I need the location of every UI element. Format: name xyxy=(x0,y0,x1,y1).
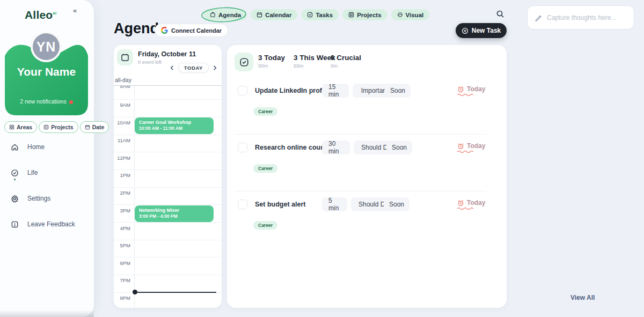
wavy-underline xyxy=(457,150,474,153)
task-due-badge[interactable]: Today xyxy=(457,85,485,93)
tab-label: Visual xyxy=(406,12,424,18)
home-icon xyxy=(11,143,19,151)
connect-calendar-label: Connect Calendar xyxy=(171,27,222,34)
new-task-button[interactable]: New Task xyxy=(456,23,507,38)
hour-label: 1PM xyxy=(114,172,130,178)
tab-label: Agenda xyxy=(218,12,241,18)
notifications-link[interactable]: 2 new notifications xyxy=(5,98,88,105)
sidebar-item-home[interactable]: Home xyxy=(11,143,86,151)
tab-label: Calendar xyxy=(265,12,291,18)
task-tag[interactable]: Career xyxy=(253,221,277,230)
filter-row: Areas Projects Date xyxy=(4,121,90,133)
hour-label: 3PM xyxy=(114,208,130,213)
tab-agenda[interactable]: Agenda xyxy=(204,9,247,20)
task-duration-pill[interactable]: 30 min xyxy=(322,141,350,154)
task-tag[interactable]: Career xyxy=(253,107,277,116)
event-time: 3:00 PM - 4:00 PM xyxy=(139,213,209,219)
task-urgency-pill[interactable]: Soon xyxy=(385,84,411,98)
task-title[interactable]: Update LinkedIn profile xyxy=(255,87,330,94)
projects-grid-icon xyxy=(348,12,354,18)
sidebar: Alleoai « YN Your Name 2 new notificatio… xyxy=(0,0,94,317)
hour-label: 2PM xyxy=(114,190,130,196)
agenda-icon xyxy=(210,12,216,18)
life-active-dot xyxy=(14,179,16,180)
filter-projects-button[interactable]: Projects xyxy=(39,121,78,133)
sidebar-item-label: Home xyxy=(27,143,45,151)
task-checkbox[interactable] xyxy=(238,143,247,152)
sidebar-item-label: Settings xyxy=(27,195,50,202)
avatar[interactable]: YN xyxy=(31,31,62,62)
hour-label: 7PM xyxy=(114,277,130,283)
current-time-line xyxy=(134,292,216,293)
tab-projects[interactable]: Projects xyxy=(342,9,387,20)
top-navigation: Agenda Calendar Tasks Projects Visual xyxy=(204,9,429,20)
calendar-icon xyxy=(85,124,90,130)
view-all-link[interactable]: View All xyxy=(570,294,595,301)
hour-label: 8PM xyxy=(114,295,130,301)
stat-crucial: 0 Crucial 0m xyxy=(331,54,361,69)
calendar-controls: TODAY xyxy=(170,63,217,72)
new-task-label: New Task xyxy=(472,27,501,34)
task-due-label: Today xyxy=(467,142,485,150)
google-icon xyxy=(161,27,168,34)
wavy-underline xyxy=(457,207,474,210)
life-target-icon xyxy=(11,169,19,177)
tab-label: Projects xyxy=(357,12,381,18)
tab-visual[interactable]: Visual xyxy=(391,9,430,20)
chevron-right-icon[interactable] xyxy=(213,65,217,70)
capture-thoughts-input[interactable]: Capture thoughts here... xyxy=(527,5,634,30)
task-tag[interactable]: Career xyxy=(253,164,277,173)
task-duration-pill[interactable]: 15 min xyxy=(322,84,349,98)
filter-areas-button[interactable]: Areas xyxy=(4,121,37,133)
task-urgency-pill[interactable]: Soon xyxy=(384,197,409,211)
task-due-badge[interactable]: Today xyxy=(457,142,485,150)
calendar-event-networking-mixer[interactable]: Networking Mixer 3:00 PM - 4:00 PM xyxy=(135,205,214,222)
task-urgency-pill[interactable]: Soon xyxy=(386,141,412,154)
day-time-grid[interactable]: 8AM 9AM 10AM 11AM 12PM 1PM 2PM 3PM 4PM 5… xyxy=(114,75,222,308)
filter-date-button[interactable]: Date xyxy=(80,121,109,133)
sidebar-item-life[interactable]: Life xyxy=(11,168,86,177)
check-square-icon xyxy=(239,57,249,67)
hour-label: 10AM xyxy=(114,120,130,126)
hour-label: 12PM xyxy=(114,155,130,161)
tab-tasks[interactable]: Tasks xyxy=(301,9,339,20)
event-title: Career Goal Workshop xyxy=(139,120,209,126)
filter-label: Date xyxy=(92,124,105,130)
stat-this-week: 3 This Week 50m xyxy=(294,54,335,69)
task-title[interactable]: Set budget alert xyxy=(255,201,305,208)
calendar-event-career-goal-workshop[interactable]: Career Goal Workshop 10:00 AM - 11:00 AM xyxy=(135,117,214,134)
sidebar-item-label: Leave Feedback xyxy=(27,220,75,228)
stat-headline: 3 Today xyxy=(258,54,285,62)
sidebar-item-leave-feedback[interactable]: Leave Feedback xyxy=(11,220,86,228)
calendar-icon xyxy=(257,12,262,18)
visual-icon xyxy=(397,12,403,18)
current-time-dot[interactable] xyxy=(133,290,137,294)
plus-circle-icon xyxy=(462,27,469,34)
connect-calendar-button[interactable]: Connect Calendar xyxy=(155,24,228,37)
stat-duration: 0m xyxy=(331,63,361,69)
chevron-left-icon[interactable] xyxy=(170,65,174,70)
avatar-initials: YN xyxy=(36,39,56,55)
app-logo[interactable]: Alleoai xyxy=(25,9,89,21)
task-duration-pill[interactable]: 5 min xyxy=(322,197,347,211)
calendar-date-title: Friday, October 11 xyxy=(138,49,196,58)
tab-calendar[interactable]: Calendar xyxy=(251,9,297,20)
task-due-label: Today xyxy=(467,85,485,93)
search-button[interactable] xyxy=(496,10,506,19)
sidebar-item-settings[interactable]: Settings xyxy=(11,194,86,203)
task-divider xyxy=(235,134,486,135)
stat-headline: 3 This Week xyxy=(294,54,335,62)
app-logo-suffix: ai xyxy=(53,11,56,16)
today-button[interactable]: TODAY xyxy=(178,63,209,72)
tasks-panel: 3 Today 50m 3 This Week 50m 0 Crucial 0m… xyxy=(227,45,507,308)
feedback-icon xyxy=(11,220,19,228)
task-checkbox[interactable] xyxy=(238,86,247,95)
sidebar-collapse-icon[interactable]: « xyxy=(73,6,77,14)
areas-icon xyxy=(9,124,14,130)
tasks-check-icon xyxy=(307,12,313,18)
user-card: YN Your Name 2 new notifications xyxy=(5,43,88,115)
task-checkbox[interactable] xyxy=(238,200,247,209)
sidebar-bottom-shadow xyxy=(0,310,94,317)
time-column-divider xyxy=(134,75,135,308)
task-due-badge[interactable]: Today xyxy=(457,199,485,207)
